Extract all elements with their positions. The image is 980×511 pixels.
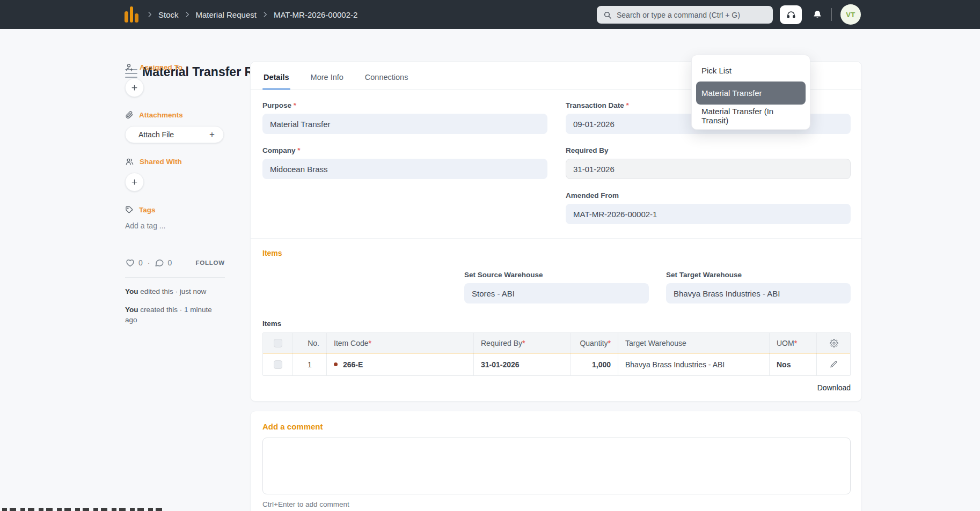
- tab-connections[interactable]: Connections: [364, 73, 409, 89]
- row-quantity[interactable]: 1,000: [571, 353, 618, 375]
- notifications-button[interactable]: [809, 7, 825, 22]
- likes-count: 0: [138, 258, 143, 267]
- company-field: Company: [262, 146, 547, 179]
- required-by-input[interactable]: [566, 159, 851, 179]
- amended-from-input[interactable]: [566, 204, 851, 224]
- shared-with-section[interactable]: Shared With: [125, 157, 225, 166]
- tab-details[interactable]: Details: [262, 73, 290, 89]
- col-item-code: Item Code: [327, 333, 474, 353]
- user-avatar[interactable]: VT: [840, 4, 861, 25]
- purpose-label: Purpose: [262, 101, 547, 109]
- tag-icon: [125, 205, 134, 214]
- item-status-dot-icon: [334, 362, 338, 366]
- add-tag-input[interactable]: Add a tag ...: [125, 221, 225, 230]
- follow-button[interactable]: FOLLOW: [195, 260, 225, 266]
- source-warehouse-label: Set Source Warehouse: [464, 271, 649, 279]
- row-no: 1: [293, 353, 327, 375]
- table-footer: Download: [262, 383, 851, 392]
- source-warehouse-field: Set Source Warehouse: [464, 271, 649, 303]
- details-tab-panel: Purpose Transaction Date Company Require…: [251, 90, 861, 404]
- assigned-to-section[interactable]: Assigned To: [125, 63, 225, 72]
- items-table: No. Item Code Required By Quantity Targe…: [262, 332, 851, 376]
- users-icon: [125, 157, 134, 166]
- menu-item-material-transfer-in-transit[interactable]: Material Transfer (In Transit): [696, 106, 806, 126]
- comment-input[interactable]: [262, 438, 851, 494]
- target-warehouse-label: Set Target Warehouse: [666, 271, 851, 279]
- sidebar-divider: [125, 277, 225, 278]
- breadcrumb-stock[interactable]: Stock: [158, 10, 179, 19]
- add-comment-heading: Add a comment: [262, 422, 850, 431]
- purpose-field: Purpose: [262, 101, 547, 134]
- select-all-checkbox[interactable]: [274, 339, 282, 347]
- heart-icon[interactable]: [125, 258, 135, 268]
- reactions-row: 0 · 0 FOLLOW: [125, 258, 225, 268]
- items-section-heading[interactable]: Items: [262, 249, 850, 257]
- items-grid-label: Items: [262, 320, 850, 328]
- items-section-divider: [251, 238, 861, 239]
- add-assignment-button[interactable]: [125, 78, 144, 97]
- attach-file-button[interactable]: Attach File +: [125, 126, 224, 143]
- items-table-row[interactable]: 1 266-E 31-01-2026 1,000 Bhavya Brass In…: [263, 353, 850, 375]
- comment-hint: Ctrl+Enter to add comment: [262, 500, 850, 508]
- company-input[interactable]: [262, 159, 547, 179]
- global-search[interactable]: [597, 6, 773, 24]
- col-no: No.: [293, 333, 327, 353]
- activity-edited: You edited this · just now: [125, 286, 225, 297]
- col-required-by: Required By: [474, 333, 571, 353]
- chevron-right-icon: [261, 11, 269, 18]
- attachments-section[interactable]: Attachments: [125, 110, 225, 119]
- source-warehouse-input[interactable]: [464, 283, 649, 303]
- col-uom: UOM: [770, 333, 817, 353]
- breadcrumb-material-request[interactable]: Material Request: [196, 10, 257, 19]
- document-sidebar: Assigned To Attachments Attach File + Sh…: [125, 61, 225, 333]
- paperclip-icon: [125, 110, 134, 119]
- user-plus-icon: [125, 63, 134, 72]
- purpose-input[interactable]: [262, 114, 547, 134]
- comment-bubble-icon[interactable]: [155, 258, 164, 268]
- menu-item-material-transfer[interactable]: Material Transfer: [696, 82, 806, 105]
- assigned-to-label: Assigned To: [140, 63, 182, 71]
- pencil-icon: [830, 360, 838, 368]
- download-link[interactable]: Download: [817, 383, 851, 392]
- chevron-right-icon: [184, 11, 191, 18]
- plus-icon: [130, 178, 138, 186]
- company-label: Company: [262, 146, 547, 154]
- items-table-header: No. Item Code Required By Quantity Targe…: [263, 333, 850, 353]
- col-target-warehouse: Target Warehouse: [618, 333, 770, 353]
- breadcrumb: Stock Material Request MAT-MR-2026-00002…: [146, 0, 357, 29]
- menu-item-pick-list[interactable]: Pick List: [696, 60, 806, 80]
- gear-icon: [830, 339, 838, 347]
- add-share-button[interactable]: [125, 173, 144, 191]
- edit-row-button[interactable]: [817, 353, 851, 375]
- row-required-by[interactable]: 31-01-2026: [474, 353, 571, 375]
- plus-icon: +: [209, 129, 215, 140]
- target-warehouse-input[interactable]: [666, 283, 851, 303]
- help-headset-button[interactable]: [780, 5, 802, 24]
- amended-from-field: Amended From: [566, 191, 851, 224]
- grid-settings-button[interactable]: [817, 333, 851, 353]
- clipped-text-fragment: [2, 508, 163, 511]
- attachments-label: Attachments: [139, 111, 183, 119]
- required-by-field: Required By: [566, 146, 851, 179]
- tags-section[interactable]: Tags: [125, 205, 225, 214]
- col-quantity: Quantity: [571, 333, 618, 353]
- page-header: Material Transfer Request for 266-E Pend…: [0, 29, 980, 65]
- amended-from-label: Amended From: [566, 191, 851, 199]
- search-input[interactable]: [617, 11, 766, 19]
- comments-count: 0: [167, 258, 172, 267]
- plus-icon: [130, 84, 138, 92]
- row-uom[interactable]: Nos: [770, 353, 817, 375]
- target-warehouse-field: Set Target Warehouse: [666, 271, 851, 303]
- row-item-code[interactable]: 266-E: [327, 353, 474, 375]
- comment-card: Add a comment Ctrl+Enter to add comment: [250, 411, 862, 511]
- required-by-label: Required By: [566, 146, 851, 154]
- app-logo-icon[interactable]: [125, 6, 138, 23]
- breadcrumb-document[interactable]: MAT-MR-2026-00002-2: [274, 10, 357, 19]
- activity-created: You created this · 1 minute ago: [125, 305, 225, 325]
- navbar-divider: [831, 8, 832, 21]
- row-target-warehouse[interactable]: Bhavya Brass Industries - ABI: [618, 353, 770, 375]
- top-navbar: Stock Material Request MAT-MR-2026-00002…: [0, 0, 980, 29]
- row-checkbox[interactable]: [274, 360, 282, 369]
- tags-label: Tags: [139, 206, 156, 214]
- tab-more-info[interactable]: More Info: [310, 73, 345, 89]
